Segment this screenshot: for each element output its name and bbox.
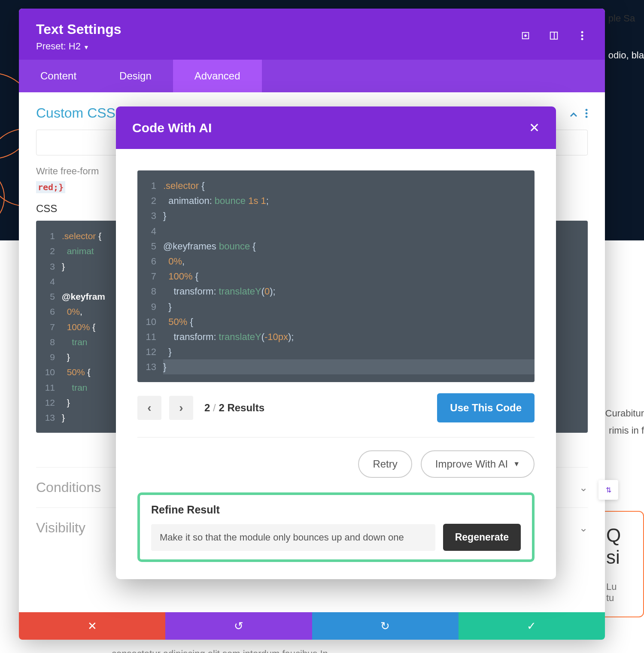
refine-result-box: Refine Result Regenerate xyxy=(137,492,535,562)
expand-icon[interactable] xyxy=(520,30,531,41)
panel-title: Text Settings xyxy=(36,21,588,37)
next-result-button[interactable]: › xyxy=(169,396,193,420)
chevron-down-icon: ⌄ xyxy=(579,482,588,494)
ai-modal-header: Code With AI ✕ xyxy=(116,106,556,149)
results-counter: 2 / 2 Results xyxy=(204,402,264,414)
tab-advanced[interactable]: Advanced xyxy=(173,60,262,92)
undo-button[interactable]: ↺ xyxy=(165,612,312,640)
bottom-action-bar: ✕ ↺ ↻ ✓ xyxy=(19,612,605,640)
section-more-icon[interactable] xyxy=(585,109,588,121)
layout-icon[interactable] xyxy=(548,30,559,41)
refine-input[interactable] xyxy=(151,524,435,551)
redo-button[interactable]: ↻ xyxy=(312,612,459,640)
svg-point-9 xyxy=(581,38,583,40)
ai-modal-title: Code With AI xyxy=(132,121,212,135)
close-icon[interactable]: ✕ xyxy=(529,120,540,135)
swap-icon[interactable]: ⇅ xyxy=(598,480,618,500)
svg-point-11 xyxy=(586,112,588,115)
ai-code-preview[interactable]: 1.selector {2 animation: bounce 1s 1;3}4… xyxy=(137,170,535,382)
tab-content[interactable]: Content xyxy=(19,60,98,92)
svg-point-8 xyxy=(581,35,583,37)
lorem-text: consectetur adipiscing elit sem interdum… xyxy=(112,648,328,653)
prev-result-button[interactable]: ‹ xyxy=(137,396,161,420)
code-snippet-inline: red;} xyxy=(36,181,65,193)
regenerate-button[interactable]: Regenerate xyxy=(443,524,521,551)
svg-point-10 xyxy=(586,109,588,111)
chevron-down-icon: ▼ xyxy=(513,460,520,468)
improve-with-ai-button[interactable]: Improve With AI▼ xyxy=(421,450,535,478)
refine-title: Refine Result xyxy=(151,504,521,516)
tabs: Content Design Advanced xyxy=(19,60,605,92)
tab-design[interactable]: Design xyxy=(98,60,173,92)
use-this-code-button[interactable]: Use This Code xyxy=(437,393,535,422)
svg-point-4 xyxy=(525,35,526,36)
code-with-ai-modal: Code With AI ✕ 1.selector {2 animation: … xyxy=(116,106,556,579)
retry-button[interactable]: Retry xyxy=(358,450,412,478)
close-button[interactable]: ✕ xyxy=(19,612,165,640)
svg-point-12 xyxy=(586,116,588,118)
panel-header: Text Settings Preset: H2 ▼ xyxy=(19,9,605,60)
confirm-button[interactable]: ✓ xyxy=(459,612,605,640)
svg-point-7 xyxy=(581,31,583,33)
chevron-down-icon: ⌄ xyxy=(579,522,588,534)
result-navigation: ‹ › 2 / 2 Results Use This Code xyxy=(137,393,535,422)
background-text: ple Sa odio, bla xyxy=(608,13,644,61)
divider xyxy=(137,437,535,437)
preset-selector[interactable]: Preset: H2 ▼ xyxy=(36,41,588,52)
more-icon[interactable] xyxy=(577,30,588,41)
collapse-icon[interactable] xyxy=(570,109,577,120)
